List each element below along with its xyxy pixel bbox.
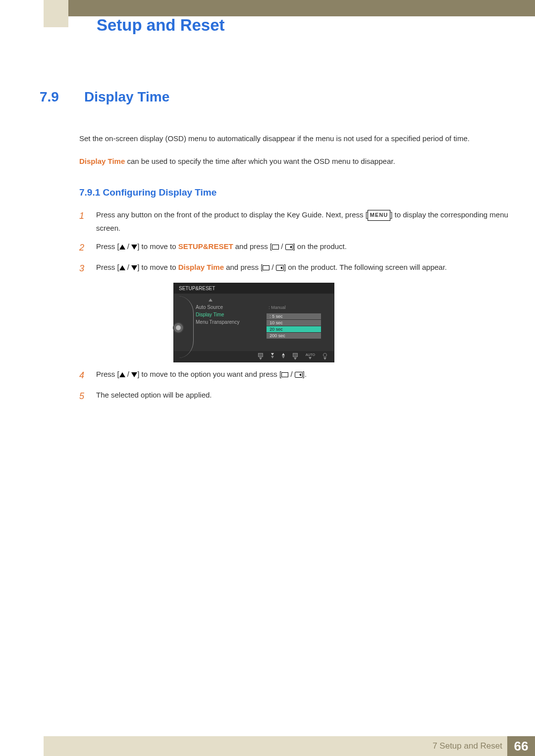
osd-screenshot: SETUP&RESET Auto Source Display Time Men… [173, 283, 334, 362]
step-text: Press [ / ] to move to the option you wa… [96, 367, 510, 383]
section-title: Display Time [84, 89, 169, 105]
osd-item: Menu Transparency [194, 318, 267, 326]
source-icon [263, 265, 269, 270]
down-arrow-icon [131, 372, 137, 377]
step-5: 5 The selected option will be applied. [79, 388, 510, 404]
footer: 7 Setup and Reset 66 [44, 736, 535, 756]
enter-icon [276, 265, 284, 271]
step-1: 1 Press any button on the front of the p… [79, 208, 510, 235]
osd-item: Auto Source [194, 303, 267, 311]
source-icon [272, 245, 279, 250]
osd-footer: AUTO [174, 351, 334, 362]
step-num: 5 [79, 388, 87, 404]
osd-option-highlight: 20 sec [267, 326, 321, 332]
step-num: 1 [79, 208, 87, 235]
step-text: Press [ / ] to move to SETUP&RESET and p… [96, 240, 510, 255]
step-list: 1 Press any button on the front of the p… [79, 208, 510, 404]
footer-text: 7 Setup and Reset [432, 741, 502, 751]
intro-paragraph-2: Display Time can be used to specify the … [79, 155, 510, 168]
enter-icon [295, 372, 303, 378]
osd-option: 200 sec [267, 333, 321, 339]
osd-body: Auto Source Display Time Menu Transparen… [174, 294, 334, 351]
osd-nav-down-icon [271, 353, 274, 360]
source-icon [281, 372, 288, 377]
gear-icon [174, 323, 183, 332]
header-tab [44, 0, 68, 27]
up-arrow-icon [119, 265, 125, 270]
osd-auto-label: AUTO [306, 353, 315, 360]
section-number: 7.9 [40, 89, 69, 105]
step-3: 3 Press [ / ] to move to Display Time an… [79, 260, 510, 276]
step-2: 2 Press [ / ] to move to SETUP&RESET and… [79, 240, 510, 255]
subsection-title: 7.9.1 Configuring Display Time [79, 187, 510, 198]
osd-option: 10 sec [267, 320, 321, 326]
setup-reset-label: SETUP&RESET [178, 242, 233, 251]
step-text: Press [ / ] to move to Display Time and … [96, 260, 510, 276]
intro2-rest: can be used to specify the time after wh… [125, 157, 395, 165]
header-band [44, 0, 535, 16]
step-num: 4 [79, 367, 87, 383]
osd-nav-up-icon [282, 353, 285, 360]
enter-icon [285, 244, 293, 250]
down-arrow-icon [131, 265, 137, 270]
page-content: 7.9 Display Time Set the on-screen displ… [40, 89, 510, 409]
down-arrow-icon [131, 245, 137, 250]
intro-paragraph: Set the on-screen display (OSD) menu to … [79, 132, 510, 145]
step-num: 2 [79, 240, 87, 255]
osd-nav-enter-icon [293, 353, 298, 360]
chapter-title: Setup and Reset [97, 16, 225, 35]
up-arrow-icon [209, 299, 213, 302]
osd-option: : 5 sec [267, 313, 321, 319]
step-num: 3 [79, 260, 87, 276]
step-text: Press any button on the front of the pro… [96, 208, 510, 235]
osd-nav-back-icon [258, 353, 263, 360]
up-arrow-icon [119, 245, 125, 250]
osd-power-icon [323, 353, 327, 360]
page-number: 66 [507, 736, 535, 756]
display-time-label: Display Time [178, 263, 224, 271]
osd-title: SETUP&RESET [174, 283, 334, 294]
step-text: The selected option will be applied. [96, 388, 510, 404]
display-time-label: Display Time [79, 157, 125, 165]
menu-button-icon: MENU [368, 210, 390, 221]
osd-item-selected: Display Time [194, 311, 267, 318]
up-arrow-icon [119, 372, 125, 377]
osd-value: : Manual [267, 304, 329, 310]
step-4: 4 Press [ / ] to move to the option you … [79, 367, 510, 383]
